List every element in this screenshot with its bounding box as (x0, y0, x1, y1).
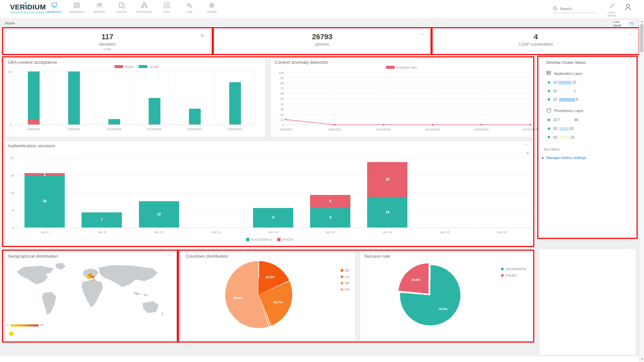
legend-item-Rejection ratio[interactable]: Rejection ratio (386, 65, 417, 69)
countries-legend: DECZXBRO (341, 268, 350, 294)
scrollbar-thumb[interactable] (640, 24, 643, 52)
nav-item-identities[interactable]: Identities (88, 2, 110, 13)
period-selector[interactable]: Last Week (613, 19, 633, 27)
x-axis-label: Jun 9 (73, 230, 130, 234)
bar-segment-accept[interactable] (229, 82, 241, 124)
success-title: Success rate (364, 254, 390, 259)
legend-item-CZ[interactable]: CZ (341, 275, 350, 278)
orchestrator-icon (141, 2, 148, 9)
bar-segment-accept[interactable] (108, 119, 120, 124)
legend-item-RO[interactable]: RO (341, 288, 350, 291)
nav-item-orchestrator[interactable]: Orchestrator (133, 2, 155, 13)
node-status-dot (548, 136, 550, 138)
devices-icon (118, 2, 126, 9)
identities-label: identities (6, 42, 209, 47)
search-icon (553, 6, 558, 11)
uba-chart: 0106/8/20236/9/20236/10/20236/12/20236/1… (13, 71, 255, 124)
countries-title: Countries distribution (186, 254, 228, 259)
pie-slice-exploded[interactable] (398, 263, 459, 324)
bar-segment-failed[interactable]: 16 (367, 162, 407, 197)
map-marker-yellow[interactable] (87, 276, 90, 279)
node-status-dot (548, 127, 550, 130)
card-menu-icon[interactable]: ⋯ (419, 31, 425, 37)
card-menu-icon[interactable]: ⋯ (628, 31, 633, 37)
bar-segment-successful[interactable]: 9 (310, 208, 350, 228)
identities-count: 117 (6, 33, 209, 41)
x-axis-label: 6/9/2023 (54, 127, 94, 131)
logo-check-icon: ✓ (23, 0, 28, 6)
legend-item-Reject[interactable]: Reject (114, 65, 134, 68)
nav-item-dashboard[interactable]: Dashboard (43, 2, 65, 13)
bar-segment-successful[interactable]: 14 (367, 197, 407, 227)
bar-segment-failed[interactable]: 6 (310, 195, 350, 208)
legend-item-FAILED[interactable]: FAILED (501, 273, 527, 277)
nav-item-devices[interactable]: Devices (110, 2, 133, 13)
manage-metrics-link[interactable]: Manage metrics settings (546, 156, 586, 160)
pie-percent-label: 25.7% (270, 300, 285, 304)
bar-value-label: 1 (24, 173, 65, 176)
quick-actions-label: Quick Actions (604, 11, 620, 17)
cluster-node[interactable]: 1022 (548, 135, 630, 140)
search-input[interactable] (559, 6, 594, 11)
map-marker-red[interactable] (92, 276, 94, 278)
legend-item-Accept[interactable]: Accept (139, 65, 159, 68)
legend-item-XB[interactable]: XB (341, 281, 350, 285)
legend-item-SUCCESSFUL[interactable]: SUCCESSFUL (501, 267, 527, 271)
scroll-down-icon[interactable]: ▼ (639, 358, 644, 361)
cluster-status-panel: Develop Cluster Status Application Layer… (539, 58, 636, 237)
cluster-node[interactable]: 10.8 (548, 97, 630, 102)
period-label: Last Week (613, 20, 628, 27)
refresh-icon[interactable]: ↻ (201, 33, 204, 38)
bar-segment-failed[interactable]: 1 (24, 173, 65, 175)
x-axis-label: 6/8/2023 (13, 127, 54, 131)
bar-segment-accept[interactable] (28, 71, 40, 119)
legend-item-SUCCESSFUL[interactable]: SUCCESSFUL (246, 238, 273, 241)
bar-value-label: 7 (82, 218, 122, 221)
pie-base[interactable] (225, 261, 292, 328)
context-anomaly-panel: Context anomaly detection Rejection rati… (271, 58, 534, 137)
stat-card-phones: 26793 phones ⋯ (215, 29, 430, 54)
cluster-node[interactable]: 101 (548, 89, 630, 93)
breadcrumb[interactable]: Home (5, 21, 15, 25)
legend-item-DE[interactable]: DE (341, 268, 350, 272)
nav-item-applications[interactable]: Applications (65, 2, 88, 13)
nav-item-tools[interactable]: Tools (155, 2, 178, 13)
bar-segment-successful[interactable]: 9 (253, 208, 293, 228)
bar-segment-successful[interactable]: 7 (82, 212, 122, 228)
nav-item-settings[interactable]: Settings (200, 2, 223, 13)
identities-delta: 0.0% (6, 48, 209, 51)
user-avatar[interactable] (624, 3, 632, 13)
cluster-node[interactable]: 1022 (548, 80, 630, 85)
nav-item-audit[interactable]: Audit (178, 2, 200, 13)
search-box[interactable] (553, 5, 598, 13)
quick-actions-button[interactable]: Quick Actions (604, 3, 620, 17)
world-map[interactable] (8, 261, 174, 322)
see-more-label[interactable]: See More (544, 147, 630, 151)
legend-item-FAILED[interactable]: FAILED (277, 238, 293, 241)
map-cluster-dot[interactable] (9, 331, 13, 336)
cluster-node[interactable]: 10.81 (548, 126, 630, 131)
scroll-up-icon[interactable]: ▲ (639, 20, 644, 23)
auth-title: Authentication sessions (8, 143, 55, 148)
top-header: ✓ VERIDIUM TRUSTED DIGITAL IDENTITY Dash… (0, 0, 644, 19)
bar-segment-successful[interactable]: 12 (139, 201, 179, 227)
cluster-node[interactable]: 10.748 (548, 118, 630, 122)
bar-segment-reject[interactable] (28, 119, 40, 124)
bar-segment-successful[interactable]: 24 (24, 175, 65, 227)
map-marker-orange-small[interactable] (93, 279, 95, 281)
uba-legend: RejectAccept (114, 65, 159, 68)
panel-menu-icon[interactable]: ⋯ (524, 142, 529, 148)
monitor-icon (51, 2, 58, 9)
x-axis-label: 6/10/2023 (94, 127, 134, 131)
chart-menu-icon[interactable]: ≡ (526, 150, 529, 156)
vertical-scrollbar[interactable]: ▲ ▼ (639, 18, 644, 362)
panel-menu-icon[interactable]: ⋯ (166, 252, 171, 258)
apps-icon (73, 2, 81, 9)
bar-segment-accept[interactable] (149, 98, 160, 124)
bar-segment-accept[interactable] (68, 71, 80, 124)
tools-icon (163, 2, 170, 9)
phones-label: phones (215, 42, 430, 47)
x-axis-label: Jun 11 (188, 230, 245, 234)
bar-segment-accept[interactable] (189, 109, 201, 124)
calendar-icon (629, 21, 633, 25)
